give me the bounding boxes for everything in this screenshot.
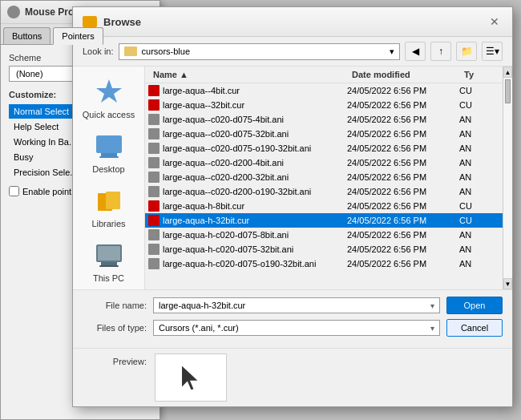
table-row[interactable]: large-aqua--c020-d075-32bit.ani24/05/202… (145, 127, 503, 141)
browse-preview: Preview: (73, 348, 512, 406)
table-row[interactable]: large-aqua-h-8bit.cur24/05/2022 6:56 PMC… (145, 199, 503, 213)
dropdown-arrow-icon: ▾ (390, 46, 394, 57)
table-row[interactable]: large-aqua--c020-d200-4bit.ani24/05/2022… (145, 155, 503, 170)
svg-rect-5 (106, 192, 120, 209)
browse-dialog: Browse ✕ Look in: cursors-blue ▾ ◀ ↑ 📁 ☰… (72, 6, 513, 407)
file-name: large-aqua-h-32bit.cur (163, 216, 347, 225)
svg-rect-2 (101, 153, 117, 156)
scrollbar-up[interactable]: ▲ (503, 67, 512, 78)
file-name: large-aqua--c020-d075-o190-32bit.ani (163, 143, 347, 153)
sidebar-label-desktop: Desktop (92, 164, 124, 174)
table-row[interactable]: large-aqua--c020-d200-32bit.ani24/05/202… (145, 170, 503, 184)
table-row[interactable]: large-aqua-h-c020-d075-o190-32bit.ani24/… (145, 256, 503, 271)
preview-label: Preview: (83, 353, 147, 366)
file-name: large-aqua--c020-d200-o190-32bit.ani (163, 187, 347, 196)
filename-input-container[interactable]: large-aqua-h-32bit.cur ▾ (153, 297, 440, 313)
enable-pointer-label: Enable point (22, 187, 71, 196)
file-name: large-aqua--32bit.cur (163, 100, 347, 110)
nav-newfolder-button[interactable]: 📁 (456, 42, 477, 61)
file-name: large-aqua-h-8bit.cur (163, 201, 347, 211)
filetype-input-text: Cursors (*.ani, *.cur) (159, 323, 430, 333)
svg-marker-15 (181, 365, 199, 390)
file-date: 24/05/2022 6:56 PM (347, 172, 459, 182)
table-row[interactable]: large-aqua--c020-d075-o190-32bit.ani24/0… (145, 141, 503, 155)
table-row[interactable]: large-aqua-h-c020-d075-8bit.ani24/05/202… (145, 228, 503, 242)
table-row[interactable]: large-aqua--32bit.cur24/05/2022 6:56 PMC… (145, 98, 503, 112)
file-type: AN (459, 259, 499, 269)
filetype-label: Files of type: (83, 323, 147, 333)
lookin-dropdown-text: cursors-blue (124, 46, 191, 56)
file-type: AN (459, 143, 499, 153)
filename-input-text: large-aqua-h-32bit.cur (159, 301, 430, 310)
file-date: 24/05/2022 6:56 PM (347, 187, 459, 196)
browse-titlebar-left: Browse (83, 16, 141, 28)
table-row[interactable]: large-aqua-h-32bit.cur24/05/2022 6:56 PM… (145, 213, 503, 228)
file-name: large-aqua--c020-d075-4bit.ani (163, 115, 347, 124)
close-button[interactable]: ✕ (487, 14, 503, 30)
file-date: 24/05/2022 6:56 PM (347, 201, 459, 211)
tab-pointers[interactable]: Pointers (53, 27, 103, 45)
cur-file-icon (148, 215, 160, 226)
ani-file-icon (148, 186, 160, 197)
scrollbar-down[interactable]: ▼ (503, 278, 512, 289)
file-type: AN (459, 187, 499, 196)
sidebar-label-thispc: This PC (93, 273, 124, 283)
svg-rect-9 (99, 265, 119, 267)
browse-title: Browse (103, 16, 141, 28)
table-row[interactable]: large-aqua--4bit.cur24/05/2022 6:56 PMCU (145, 83, 503, 98)
file-type: CU (459, 201, 499, 211)
filelist-header: Name ▲ Date modified Ty (145, 67, 503, 83)
cur-file-icon (148, 85, 160, 96)
header-type[interactable]: Ty (459, 67, 499, 83)
sidebar-item-thispc[interactable]: This PC (73, 236, 144, 288)
svg-rect-7 (98, 246, 120, 260)
file-date: 24/05/2022 6:56 PM (347, 216, 459, 225)
filetype-input-container[interactable]: Cursors (*.ani, *.cur) ▾ (153, 320, 440, 336)
file-name: large-aqua-h-c020-d075-8bit.ani (163, 230, 347, 240)
sidebar-item-libraries[interactable]: Libraries (73, 182, 144, 233)
lookin-value: cursors-blue (142, 46, 191, 56)
right-scrollbar[interactable]: ▲ ▼ (503, 67, 512, 289)
enable-pointer-checkbox[interactable] (9, 186, 19, 196)
table-row[interactable]: large-aqua--c020-d075-4bit.ani24/05/2022… (145, 112, 503, 127)
svg-rect-1 (96, 135, 122, 153)
browse-filelist-container: Name ▲ Date modified Ty large-aqua--4bit… (145, 67, 503, 289)
file-date: 24/05/2022 6:56 PM (347, 259, 459, 269)
open-button[interactable]: Open (446, 297, 503, 314)
preview-box (155, 353, 227, 402)
scrollbar-track (503, 78, 512, 278)
ani-file-icon (148, 143, 160, 154)
nav-back-button[interactable]: ◀ (405, 42, 426, 61)
nav-up-button[interactable]: ↑ (430, 42, 451, 61)
sidebar-item-quickaccess[interactable]: Quick access (73, 73, 144, 124)
thispc-icon (95, 241, 123, 270)
file-type: AN (459, 172, 499, 182)
browse-titlebar: Browse ✕ (73, 7, 512, 37)
folder-icon (124, 46, 137, 56)
filelist-scroll[interactable]: large-aqua--4bit.cur24/05/2022 6:56 PMCU… (145, 83, 503, 289)
file-type: CU (459, 100, 499, 110)
mouse-titlebar-icon (7, 6, 20, 18)
ani-file-icon (148, 244, 160, 255)
tab-buttons[interactable]: Buttons (3, 27, 50, 44)
file-name: large-aqua--c020-d075-32bit.ani (163, 129, 347, 139)
file-date: 24/05/2022 6:56 PM (347, 158, 459, 168)
browse-sidebar: Quick access Desktop Libraries (73, 67, 145, 289)
svg-rect-8 (101, 262, 117, 265)
nav-views-button[interactable]: ☰▾ (482, 42, 503, 61)
filename-label: File name: (83, 301, 147, 310)
file-name: large-aqua--4bit.cur (163, 86, 347, 95)
lookin-label: Look in: (83, 46, 114, 56)
file-name: large-aqua--c020-d200-4bit.ani (163, 158, 347, 168)
ani-file-icon (148, 258, 160, 269)
lookin-dropdown[interactable]: cursors-blue ▾ (119, 43, 400, 60)
header-date[interactable]: Date modified (347, 67, 459, 83)
file-date: 24/05/2022 6:56 PM (347, 115, 459, 124)
file-name: large-aqua-h-c020-d075-o190-32bit.ani (163, 259, 347, 269)
table-row[interactable]: large-aqua--c020-d200-o190-32bit.ani24/0… (145, 184, 503, 199)
scrollbar-thumb[interactable] (505, 79, 511, 103)
cancel-button[interactable]: Cancel (446, 319, 503, 337)
sidebar-item-desktop[interactable]: Desktop (73, 127, 144, 179)
header-name[interactable]: Name ▲ (148, 67, 347, 83)
table-row[interactable]: large-aqua-h-c020-d075-32bit.ani24/05/20… (145, 242, 503, 256)
